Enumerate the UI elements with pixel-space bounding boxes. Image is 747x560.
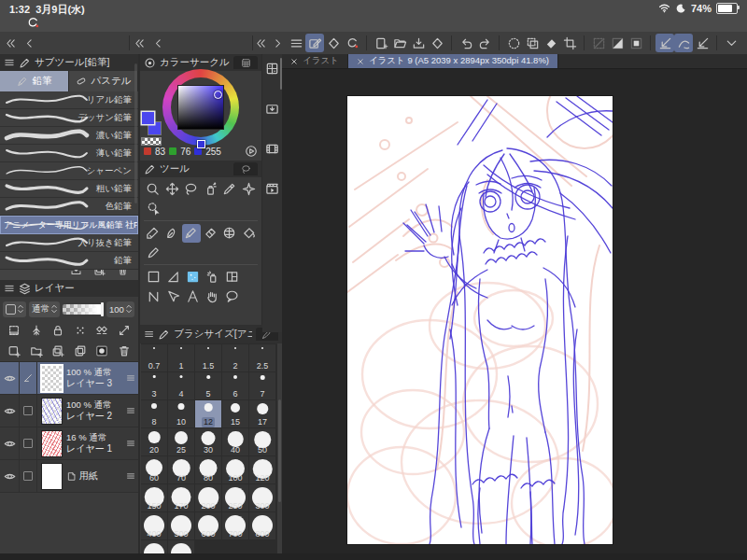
canvas-page[interactable] xyxy=(347,96,613,544)
pen-tool[interactable] xyxy=(144,224,162,243)
subtool-brush-item[interactable]: デッサン鉛筆 xyxy=(0,109,138,127)
brush-size-500[interactable]: 500 xyxy=(168,512,194,539)
subtool-brush-item[interactable]: 濃い鉛筆 xyxy=(0,127,138,145)
brush-size-10[interactable]: 10 xyxy=(168,400,194,427)
brush-size-80[interactable]: 80 xyxy=(195,456,221,483)
download-material-icon[interactable] xyxy=(265,102,279,116)
brush-size-170[interactable]: 170 xyxy=(168,484,194,511)
subtool-brush-item[interactable]: リアル鉛筆 xyxy=(0,91,138,109)
color-set-tab[interactable] xyxy=(233,56,258,69)
gradient-tool[interactable] xyxy=(144,268,162,287)
merge-down-button[interactable] xyxy=(74,344,87,357)
color-options-icon[interactable] xyxy=(245,145,258,158)
star-tool[interactable] xyxy=(240,180,259,199)
shrink-middle-column-button[interactable] xyxy=(149,35,166,51)
brush-size-70[interactable]: 70 xyxy=(168,456,194,483)
bucket-tool[interactable] xyxy=(240,224,259,243)
blend-mode-select[interactable]: 通常 xyxy=(29,301,60,317)
brush-size-8[interactable]: 8 xyxy=(141,400,167,427)
layer-thumbnail[interactable] xyxy=(42,431,62,456)
layer-row[interactable]: 100 % 通常 レイヤー 3 xyxy=(0,362,138,395)
new-layer-button[interactable] xyxy=(7,344,21,357)
lock-transparent-pixels-icon[interactable] xyxy=(74,324,87,337)
brush-size-50[interactable]: 50 xyxy=(249,428,275,455)
snap-to-grid-button[interactable] xyxy=(693,34,712,52)
brush-size-60[interactable]: 60 xyxy=(141,456,167,483)
clip-studio-logo[interactable] xyxy=(26,16,40,30)
opacity-stepper[interactable]: 100 xyxy=(106,301,134,317)
brush-size-6[interactable]: 6 xyxy=(222,372,248,399)
brush-size-30[interactable]: 30 xyxy=(195,428,221,455)
magnifier-tool[interactable] xyxy=(144,180,162,199)
fountain-pen-tool[interactable] xyxy=(163,224,182,243)
brush-size-5[interactable]: 5 xyxy=(195,372,221,399)
shrink-left-column-button[interactable] xyxy=(21,35,37,51)
layer-edit-target[interactable] xyxy=(20,362,37,394)
text-tool[interactable] xyxy=(183,287,202,306)
layer-menu-handle[interactable] xyxy=(123,406,138,415)
selection-stamp-button[interactable] xyxy=(523,34,542,52)
new-folder-button[interactable] xyxy=(30,344,43,357)
layer-visibility-toggle[interactable] xyxy=(0,362,20,394)
brush-size-250[interactable]: 250 xyxy=(222,484,248,511)
brush-size-0.7[interactable]: 0.7 xyxy=(141,344,167,371)
save-button[interactable] xyxy=(409,34,428,52)
brush-size-120[interactable]: 120 xyxy=(249,456,275,483)
balloon-tool[interactable] xyxy=(222,287,241,306)
frame-tool[interactable] xyxy=(222,268,241,287)
combine-mode-select[interactable] xyxy=(3,301,26,317)
canvas-tab[interactable]: イラスト xyxy=(282,54,348,68)
pencil-tool[interactable] xyxy=(182,224,201,243)
brush-size-3[interactable]: 3 xyxy=(141,372,167,399)
brush-size-more[interactable] xyxy=(141,540,167,553)
brush-size-300[interactable]: 300 xyxy=(249,484,275,511)
close-tab-icon[interactable] xyxy=(357,58,364,65)
animation-cels-icon[interactable] xyxy=(265,142,279,156)
subtool-panel-menu-icon[interactable] xyxy=(4,57,15,68)
snap-to-special-ruler-button[interactable] xyxy=(674,34,693,52)
reference-layer-icon[interactable] xyxy=(30,324,43,337)
subtool-group-tab[interactable]: パステル xyxy=(69,71,138,91)
close-tab-icon[interactable] xyxy=(290,58,298,65)
duplicate-layer-button[interactable] xyxy=(51,344,64,357)
brush-size-more[interactable] xyxy=(168,540,194,553)
saturation-value-square[interactable] xyxy=(178,86,223,129)
blend-tool[interactable] xyxy=(220,224,239,243)
layer-edit-target[interactable] xyxy=(20,395,37,427)
layer-row[interactable]: 100 % 通常 レイヤー 2 xyxy=(0,395,138,427)
subtool-brush-item[interactable]: 色鉛筆 xyxy=(0,198,138,216)
layer-edit-target[interactable] xyxy=(20,427,37,459)
brush-size-17[interactable]: 17 xyxy=(249,400,275,427)
object-tool[interactable] xyxy=(144,200,162,218)
brush-size-15[interactable]: 15 xyxy=(222,400,248,427)
layer-thumbnail[interactable] xyxy=(42,366,62,391)
spray-tool[interactable] xyxy=(202,180,220,199)
snap-to-ruler-button[interactable] xyxy=(655,34,674,52)
brush-size-150[interactable]: 150 xyxy=(141,484,167,511)
brush-size-200[interactable]: 200 xyxy=(195,484,221,511)
hand-tool[interactable] xyxy=(203,287,221,306)
lock-layer-icon[interactable] xyxy=(51,324,64,337)
collapse-dock-button[interactable] xyxy=(252,35,269,51)
brush-size-2[interactable]: 2 xyxy=(222,344,248,371)
open-file-button[interactable] xyxy=(390,34,409,52)
brush-size-1[interactable]: 1 xyxy=(168,344,194,371)
brush-size-700[interactable]: 700 xyxy=(222,512,248,539)
eyedropper-tool[interactable] xyxy=(220,180,239,199)
clip-to-layer-below-icon[interactable] xyxy=(7,324,21,337)
transparent-color-swatch[interactable] xyxy=(142,138,161,145)
brush-size-600[interactable]: 600 xyxy=(195,512,221,539)
selection-launcher-button[interactable] xyxy=(504,34,523,52)
brush-size-7[interactable]: 7 xyxy=(249,372,275,399)
brush-size-25[interactable]: 25 xyxy=(168,428,194,455)
layer-menu-handle[interactable] xyxy=(123,439,138,448)
layer-menu-handle[interactable] xyxy=(123,471,138,481)
delete-layer-button[interactable] xyxy=(118,344,131,357)
figure-tool[interactable] xyxy=(163,268,182,287)
fill-selection-button[interactable] xyxy=(542,34,560,52)
layer-thumbnail[interactable] xyxy=(42,399,62,424)
brush-size-12[interactable]: 12 xyxy=(195,400,221,427)
subtool-brush-item[interactable]: 入り抜き鉛筆 xyxy=(0,234,138,252)
subtool-brush-item[interactable]: 薄い鉛筆 xyxy=(0,145,138,162)
brush-size-400[interactable]: 400 xyxy=(141,512,167,539)
